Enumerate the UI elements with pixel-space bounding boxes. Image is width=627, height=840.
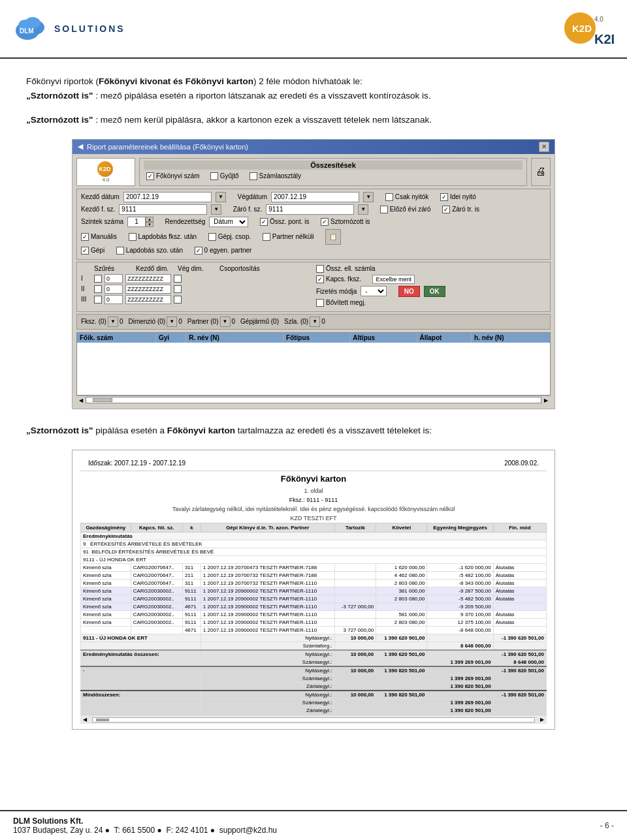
- report-scrollbar[interactable]: ◀ ▶: [80, 715, 547, 724]
- k2d-logo-svg: K2D K2D 4.0: [562, 10, 614, 46]
- filter-row-III-num[interactable]: [104, 295, 123, 304]
- scroll-right-btn[interactable]: ▶: [544, 397, 548, 403]
- szintek-spinner[interactable]: ▲ ▼: [127, 217, 153, 227]
- cb-bovitett-megj[interactable]: Bővített megj.: [316, 299, 366, 307]
- report-fksz: Fksz.: 9111 - 9111: [80, 495, 547, 505]
- filter-row-II-csop-cb[interactable]: [174, 285, 182, 293]
- cb-fokonyvi-szam-box[interactable]: [146, 172, 154, 180]
- filter-row-II-zz[interactable]: [125, 285, 171, 294]
- veg-datum-dropdown[interactable]: ▼: [363, 192, 374, 202]
- szintek-up[interactable]: ▲: [146, 217, 153, 222]
- cb-ossz-pont[interactable]: Össz. pont. is: [260, 218, 310, 226]
- cb-manualis[interactable]: Manuális: [81, 233, 117, 241]
- td-forg-tar2: 1 390 620 501,00: [376, 650, 427, 659]
- cb-lapdobas-szo-box[interactable]: [116, 247, 124, 255]
- cb-0-egyen[interactable]: 0 egyen. partner: [195, 247, 252, 255]
- scrollbar-thumb[interactable]: [93, 398, 112, 402]
- filter-row-II-num[interactable]: [104, 285, 123, 294]
- cb-sztornozott-box[interactable]: [321, 218, 329, 226]
- cb-elozo-evi-zaro-box[interactable]: [380, 206, 388, 213]
- cb-manualis-box[interactable]: [81, 233, 89, 241]
- cb-lapdobas-fksz-box[interactable]: [129, 233, 137, 241]
- filter-row-I-cb[interactable]: [94, 275, 102, 283]
- cb-csak-nyitok-box[interactable]: [385, 193, 393, 201]
- td-k-7: 9111: [182, 611, 201, 619]
- kezdo-datum-dropdown[interactable]: ▼: [216, 192, 226, 202]
- cb-gyujto-box[interactable]: [210, 172, 218, 180]
- scrollbar-track[interactable]: [86, 397, 541, 403]
- kezdo-fsz-dropdown[interactable]: ▼: [211, 204, 221, 215]
- cb-fokonyvi-szam[interactable]: Főkönyvi szám: [146, 172, 200, 180]
- szintek-down[interactable]: ▼: [146, 222, 153, 227]
- td-tar-5: [334, 595, 376, 603]
- report-scrollbar-thumb[interactable]: [96, 719, 109, 721]
- szintek-spin-buttons[interactable]: ▲ ▼: [146, 217, 153, 227]
- screenshot-report: Időszak: 2007.12.19 - 2007.12.19 2008.09…: [72, 450, 555, 730]
- zaro-fsz-input[interactable]: [266, 204, 354, 215]
- cb-0-egyen-box[interactable]: [195, 247, 202, 255]
- excelbe-ment-button[interactable]: Excelbe ment: [372, 275, 415, 284]
- cb-ossz-pont-box[interactable]: [260, 218, 268, 226]
- cb-szamla-box[interactable]: [249, 172, 257, 180]
- filter-row-I-csop-cb[interactable]: [174, 275, 182, 283]
- td-carg-9: [131, 627, 182, 634]
- td-forg-kov2: [427, 650, 493, 659]
- report-scroll-left[interactable]: ◀: [80, 717, 89, 723]
- cb-partner-nelkuli-box[interactable]: [263, 233, 270, 241]
- horizontal-scrollbar[interactable]: ◀ ▶: [76, 396, 551, 405]
- filter-row-III-zz[interactable]: [125, 295, 171, 304]
- th-k: k: [182, 523, 201, 533]
- zaro-fsz-dropdown[interactable]: ▼: [358, 204, 368, 215]
- filter-row-I-num[interactable]: [104, 274, 123, 283]
- cb-gepj-csop-box[interactable]: [208, 233, 216, 241]
- cb-gepi[interactable]: Gépi: [81, 247, 104, 255]
- cb-bovitett-megj-box[interactable]: [316, 299, 324, 307]
- dimenzio-down-btn[interactable]: ▼: [167, 317, 177, 327]
- cb-zaro-tr-is-box[interactable]: [442, 206, 450, 213]
- report-scroll-right[interactable]: ▶: [538, 717, 547, 723]
- filter-row-II-cb[interactable]: [94, 285, 102, 293]
- kezdo-datum-label: Kezdő dátum: [81, 193, 120, 200]
- cb-lapdobas-szo[interactable]: Lapdobás szo. után: [116, 247, 183, 255]
- szla-down-btn[interactable]: ▼: [310, 317, 320, 327]
- partner-down-btn[interactable]: ▼: [220, 317, 231, 327]
- report-subtitle: Tavalyi zárlategység nélkül, idei nyitás…: [80, 505, 547, 514]
- cb-ossz-ell[interactable]: Össz. ell. számla: [316, 265, 376, 273]
- kezdo-fsz-input[interactable]: [119, 204, 207, 215]
- fizetes-modja-select[interactable]: -: [361, 286, 387, 296]
- cb-lapdobas-fksz[interactable]: Lapdobás fksz. után: [129, 233, 197, 241]
- report-scrollbar-track[interactable]: [92, 717, 535, 723]
- window-close-button[interactable]: ✕: [539, 142, 549, 152]
- gepjarmu-label: Gépjármű (0): [240, 318, 279, 325]
- cb-gepi-box[interactable]: [81, 247, 89, 255]
- scroll-left-btn[interactable]: ◀: [79, 397, 83, 403]
- cb-szamlaosztalys[interactable]: Számlaosztály: [249, 172, 301, 180]
- td-egyenleg-total3: 8 648 000,00: [493, 659, 546, 667]
- icon-placeholder: 📋: [325, 229, 341, 245]
- veg-datum-input[interactable]: [271, 192, 359, 202]
- cb-csak-nyitok[interactable]: Csak nyitók: [385, 193, 429, 201]
- cb-gyujto[interactable]: Gyűjtő: [210, 172, 239, 180]
- filter-row-III-cb[interactable]: [94, 296, 102, 303]
- no-button[interactable]: NO: [398, 286, 420, 297]
- filter-rows: I II: [81, 274, 311, 304]
- cb-sztornozott[interactable]: Sztornózott is: [321, 218, 370, 226]
- cb-gepj-csop[interactable]: Gépj. csop.: [208, 233, 251, 241]
- cb-kapcs-fksz-box[interactable]: [316, 275, 324, 283]
- cb-zaro-tr-is[interactable]: Záró tr. is: [442, 206, 479, 213]
- fksz-down-btn[interactable]: ▼: [108, 317, 118, 327]
- footer-phone: T: 661 5500: [114, 826, 155, 835]
- szintek-input[interactable]: [127, 217, 146, 227]
- cb-partner-nelkuli[interactable]: Partner nélküli: [263, 233, 314, 241]
- cb-idei-nyito[interactable]: Idei nyitó: [440, 193, 476, 201]
- filter-row-III-csop-cb[interactable]: [174, 296, 182, 303]
- cb-ossz-ell-box[interactable]: [316, 265, 324, 273]
- cb-elozo-evi-zaro[interactable]: Előző évi záró: [380, 206, 431, 213]
- td-empty-11: [493, 699, 546, 707]
- cb-idei-nyito-box[interactable]: [440, 193, 448, 201]
- ok-button[interactable]: OK: [424, 286, 445, 297]
- rendezettség-select[interactable]: Dátum: [209, 217, 248, 227]
- filter-row-I-zz[interactable]: [125, 274, 171, 283]
- cb-kapcs-fksz[interactable]: Kapcs. fksz.: [316, 275, 361, 283]
- kezdo-datum-input[interactable]: [123, 192, 212, 202]
